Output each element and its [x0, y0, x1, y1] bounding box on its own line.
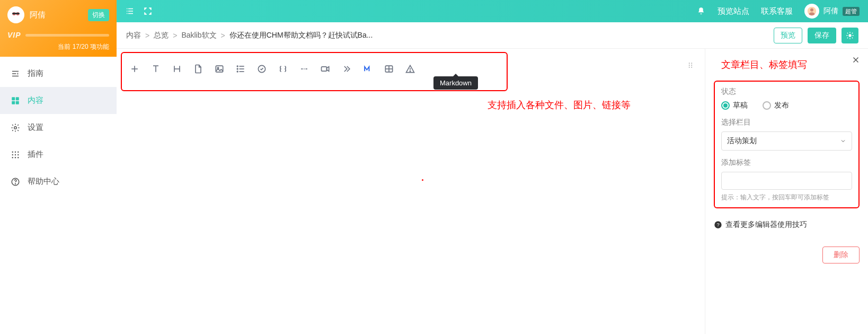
svg-point-42: [237, 71, 238, 72]
sidebar-item-plugins[interactable]: 插件: [0, 141, 117, 168]
crumb-current: 你还在使用CHM帮助文档吗？赶快试试Ba...: [229, 31, 373, 40]
svg-point-27: [849, 34, 851, 37]
help-icon: ?: [714, 221, 722, 229]
svg-point-53: [689, 63, 690, 64]
heading-button[interactable]: [171, 63, 183, 75]
fullscreen-icon[interactable]: [143, 6, 153, 16]
radio-label: 发布: [774, 101, 789, 110]
more-tips-link[interactable]: ? 查看更多编辑器使用技巧: [714, 220, 860, 230]
svg-point-40: [237, 66, 238, 67]
user-name: 阿倩: [823, 6, 838, 16]
svg-point-18: [17, 154, 19, 155]
svg-point-56: [691, 65, 692, 66]
user-avatar: [804, 4, 819, 19]
table-button[interactable]: [383, 63, 395, 75]
svg-point-0: [10, 9, 22, 21]
preview-button[interactable]: 预览: [774, 28, 802, 43]
content-icon: [11, 96, 20, 106]
crumb-root[interactable]: 内容: [126, 31, 141, 40]
add-button[interactable]: [128, 63, 141, 75]
vip-progress: [25, 34, 109, 37]
list-button[interactable]: [234, 63, 247, 75]
text-button[interactable]: [149, 63, 162, 75]
editor-area: Markdown 支持插入各种文件、图片、链接等: [117, 49, 705, 334]
markdown-tooltip: Markdown: [433, 76, 478, 90]
sidebar-item-label: 指南: [28, 68, 43, 78]
svg-rect-8: [12, 97, 15, 100]
category-select[interactable]: 活动策划: [721, 131, 852, 151]
image-button[interactable]: [213, 63, 226, 75]
svg-rect-9: [16, 97, 19, 100]
tags-label: 添加标签: [721, 158, 852, 168]
breadcrumb: 内容 > 总览 > Baklib软文 > 你还在使用CHM帮助文档吗？赶快试试B…: [126, 31, 774, 40]
code-button[interactable]: [277, 63, 289, 75]
svg-point-21: [17, 157, 19, 158]
status-label: 状态: [721, 87, 852, 96]
menu-icon[interactable]: [125, 6, 135, 16]
sidebar-item-settings[interactable]: 设置: [0, 114, 117, 141]
profile-card: 阿倩 切换 VIP 当前 17/20 项功能: [0, 0, 117, 57]
svg-point-13: [12, 151, 13, 152]
sidebar-item-content[interactable]: 内容: [0, 87, 117, 114]
category-value: 活动策划: [727, 136, 757, 146]
preview-site-link[interactable]: 预览站点: [718, 6, 749, 16]
radio-icon: [763, 101, 771, 110]
file-button[interactable]: [192, 63, 205, 75]
sidebar-item-guide[interactable]: 指南: [0, 60, 117, 87]
settings-button[interactable]: [842, 28, 858, 43]
annotation-text-panel: 文章栏目、标签填写: [714, 58, 860, 71]
svg-point-26: [809, 12, 815, 15]
svg-rect-47: [322, 67, 327, 71]
divider-button[interactable]: [298, 63, 311, 75]
avatar: [7, 6, 24, 23]
cursor-marker: [422, 179, 423, 181]
chevron-down-icon: [840, 138, 846, 144]
svg-point-58: [691, 67, 692, 68]
checklist-button[interactable]: [255, 63, 268, 75]
more-button[interactable]: [340, 63, 353, 75]
sidebar-item-help[interactable]: 帮助中心: [0, 168, 117, 195]
contact-link[interactable]: 联系客服: [761, 6, 793, 16]
grid-icon: [11, 150, 20, 160]
role-badge: 超管: [843, 7, 860, 16]
radio-draft[interactable]: 草稿: [721, 101, 748, 110]
guide-icon: [11, 69, 20, 78]
annotation-text-files: 支持插入各种文件、图片、链接等: [488, 99, 631, 111]
save-button[interactable]: 保存: [808, 28, 836, 43]
sidebar-item-label: 内容: [28, 95, 43, 106]
svg-rect-11: [16, 101, 19, 104]
user-chip[interactable]: 阿倩 超管: [804, 4, 860, 19]
drag-handle-icon[interactable]: [686, 60, 695, 70]
close-panel-button[interactable]: [851, 55, 861, 65]
svg-point-25: [810, 8, 813, 12]
svg-point-15: [17, 151, 19, 152]
radio-icon: [721, 101, 730, 110]
sidebar-item-label: 设置: [28, 122, 43, 133]
bell-icon[interactable]: [696, 6, 706, 16]
crumb-l3[interactable]: Baklib软文: [181, 31, 216, 40]
delete-button[interactable]: 删除: [822, 247, 860, 263]
video-button[interactable]: [319, 63, 332, 75]
topbar: 预览站点 联系客服 阿倩 超管: [117, 0, 868, 22]
svg-point-14: [15, 151, 16, 152]
editor-toolbar: [121, 57, 701, 81]
sidebar: 阿倩 切换 VIP 当前 17/20 项功能 指南 内容 设置: [0, 0, 117, 334]
help-icon: [11, 177, 20, 187]
gear-icon: [846, 31, 854, 40]
warning-button[interactable]: [404, 63, 417, 75]
svg-point-41: [237, 68, 238, 69]
svg-point-12: [14, 126, 17, 129]
category-label: 选择栏目: [721, 118, 852, 127]
svg-point-19: [12, 157, 13, 158]
vip-label: VIP: [7, 31, 21, 39]
crumb-l2[interactable]: 总览: [154, 31, 169, 40]
svg-point-20: [15, 157, 16, 158]
radio-label: 草稿: [733, 101, 748, 110]
svg-point-55: [689, 65, 690, 66]
svg-rect-35: [216, 66, 223, 72]
radio-publish[interactable]: 发布: [763, 101, 789, 110]
tags-input[interactable]: [721, 172, 852, 190]
markdown-button[interactable]: [361, 63, 374, 75]
svg-text:?: ?: [716, 222, 719, 227]
switch-site-button[interactable]: 切换: [88, 9, 109, 21]
